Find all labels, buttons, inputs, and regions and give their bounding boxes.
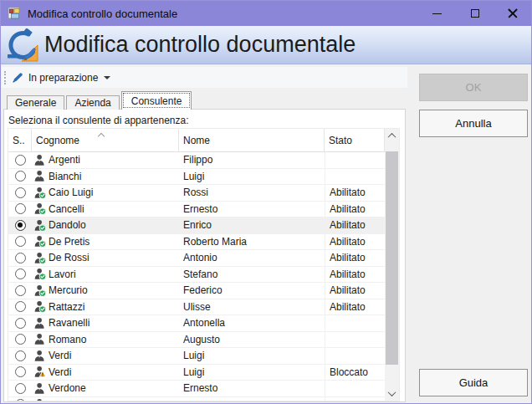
- vertical-scrollbar[interactable]: [385, 129, 399, 401]
- cell-nome: Federico: [179, 284, 325, 296]
- cell-stato: Abilitato: [330, 236, 366, 248]
- table-row[interactable]: Ravanelli Antonella: [8, 315, 385, 332]
- person-icon: [33, 366, 46, 378]
- person-icon: [33, 284, 46, 297]
- cell-stato: Abilitato: [330, 268, 366, 280]
- person-icon: [33, 317, 46, 330]
- cell-nome: Luigi: [179, 350, 325, 361]
- microscope-edit-icon: [5, 28, 38, 62]
- table-row[interactable]: Verdi Luigi Bloccato: [8, 365, 385, 381]
- cell-cognome: Rattazzi: [49, 301, 84, 313]
- row-radio[interactable]: [15, 220, 26, 231]
- cell-stato: Abilitato: [330, 301, 366, 313]
- cell-nome: Ambrogio: [179, 399, 325, 401]
- scroll-up-button[interactable]: [385, 129, 399, 143]
- table-row[interactable]: De Rossi Antonio Abilitato: [8, 250, 385, 267]
- cell-stato: Bloccato: [330, 366, 368, 378]
- ok-button[interactable]: OK: [419, 74, 528, 101]
- table-row[interactable]: Cancelli Ernesto Abilitato: [8, 202, 385, 218]
- check-badge-icon: [39, 208, 46, 215]
- table-row[interactable]: Volponi Ambrogio: [8, 397, 385, 401]
- sort-ascending-icon: [99, 132, 105, 138]
- tab-consulente[interactable]: Consulente: [121, 91, 192, 110]
- cell-stato: Abilitato: [330, 284, 366, 296]
- row-radio[interactable]: [15, 268, 26, 279]
- caret-down-icon[interactable]: [104, 76, 110, 79]
- window-controls: [418, 1, 531, 26]
- table-row[interactable]: Verdi Luigi: [8, 348, 385, 365]
- column-header-stato[interactable]: Stato: [325, 129, 385, 151]
- table-row[interactable]: Rattazzi Ulisse Abilitato: [8, 299, 385, 316]
- scroll-up-icon: [388, 133, 396, 141]
- person-icon: [33, 350, 46, 362]
- person-icon: [33, 398, 46, 401]
- cell-cognome: Bianchi: [49, 171, 81, 182]
- table-row[interactable]: Romano Augusto: [8, 332, 385, 349]
- row-radio[interactable]: [15, 334, 26, 345]
- scrollbar-thumb[interactable]: [386, 151, 398, 365]
- cell-nome: Rossi: [179, 187, 325, 198]
- row-radio[interactable]: [15, 383, 26, 394]
- tab-azienda[interactable]: Azienda: [66, 95, 119, 110]
- toolbar-grip[interactable]: [4, 71, 6, 84]
- close-icon: [508, 8, 518, 18]
- cell-nome: Stefano: [179, 268, 325, 280]
- person-icon: [33, 187, 46, 199]
- column-header-selection[interactable]: S..: [8, 129, 32, 151]
- table-row[interactable]: Lavori Stefano Abilitato: [8, 267, 385, 284]
- cell-nome: Roberto Maria: [179, 236, 325, 248]
- cell-stato: Abilitato: [330, 203, 366, 215]
- row-radio[interactable]: [15, 187, 26, 198]
- row-radio[interactable]: [15, 318, 26, 329]
- table-row[interactable]: Bianchi Luigi: [8, 169, 385, 186]
- row-radio[interactable]: [15, 285, 26, 296]
- table-row[interactable]: Caio Luigi Rossi Abilitato: [8, 185, 385, 202]
- minimize-button[interactable]: [418, 1, 456, 26]
- row-radio[interactable]: [15, 350, 26, 361]
- row-radio[interactable]: [15, 203, 26, 214]
- column-header-cognome[interactable]: Cognome: [32, 129, 179, 151]
- row-radio[interactable]: [15, 301, 26, 312]
- page-title: Modifica controllo documentale: [44, 32, 356, 58]
- cell-nome: Ulisse: [179, 301, 325, 313]
- table-row[interactable]: Argenti Filippo: [8, 152, 385, 169]
- table-row[interactable]: Mercurio Federico Abilitato: [8, 283, 385, 299]
- cell-stato: Abilitato: [330, 219, 366, 231]
- consultant-listview: S.. Cognome Nome Stato: [8, 128, 400, 401]
- cell-cognome: Verdone: [49, 382, 86, 394]
- close-button[interactable]: [494, 1, 531, 26]
- status-dropdown-label[interactable]: In preparazione: [28, 72, 98, 84]
- person-icon: [33, 382, 46, 395]
- table-row[interactable]: Dandolo Enrico Abilitato: [8, 217, 385, 234]
- table-row[interactable]: Verdone Ernesto: [8, 381, 385, 397]
- check-badge-icon: [39, 225, 46, 232]
- row-radio[interactable]: [15, 171, 26, 182]
- scroll-down-button[interactable]: [385, 386, 399, 401]
- cell-stato: Abilitato: [330, 252, 366, 263]
- cell-cognome: Volponi: [49, 399, 81, 401]
- row-radio[interactable]: [15, 399, 26, 401]
- row-radio[interactable]: [15, 236, 26, 247]
- tab-generale[interactable]: Generale: [7, 95, 64, 110]
- row-radio[interactable]: [15, 155, 26, 166]
- instruction-label: Seleziona il consulente di appartenenza:: [8, 115, 188, 126]
- status-toolbar: In preparazione: [2, 67, 407, 88]
- help-button[interactable]: Guida: [419, 369, 528, 396]
- cell-cognome: Ravanelli: [49, 317, 90, 329]
- cell-cognome: Mercurio: [49, 284, 88, 296]
- cell-nome: Luigi: [179, 366, 325, 378]
- table-row[interactable]: De Pretis Roberto Maria Abilitato: [8, 234, 385, 251]
- cell-nome: Antonella: [179, 317, 325, 329]
- cell-cognome: De Rossi: [49, 252, 90, 263]
- maximize-button[interactable]: [456, 1, 494, 26]
- cancel-button[interactable]: Annulla: [419, 110, 528, 137]
- row-radio[interactable]: [15, 366, 26, 377]
- check-badge-icon: [39, 290, 46, 297]
- row-radio[interactable]: [15, 253, 26, 263]
- check-badge-icon: [39, 258, 46, 264]
- column-header-nome[interactable]: Nome: [179, 129, 325, 151]
- cell-nome: Antonio: [179, 252, 325, 263]
- cell-cognome: De Pretis: [49, 236, 90, 248]
- person-icon: [33, 268, 46, 280]
- person-icon: [33, 202, 46, 215]
